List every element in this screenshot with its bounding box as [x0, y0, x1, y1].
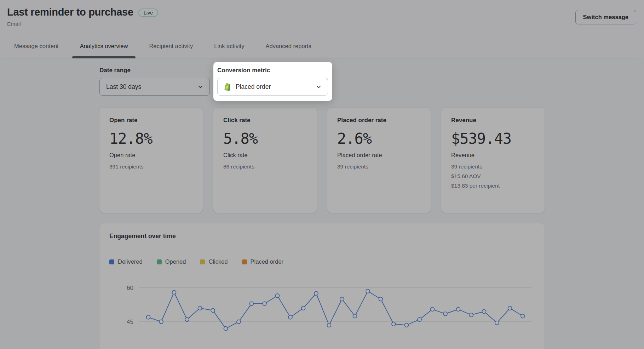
app-window: Last reminder to purchase Live Email Swi…	[0, 0, 644, 349]
conversion-metric-select[interactable]: S Placed order	[217, 78, 328, 96]
conversion-metric-value: Placed order	[236, 83, 271, 91]
svg-text:S: S	[226, 85, 228, 89]
conversion-metric-spotlight: Conversion metric S Placed order	[213, 62, 332, 101]
tutorial-dim-overlay	[0, 0, 644, 349]
shopify-bag-icon: S	[224, 83, 231, 91]
conversion-metric-selection: S Placed order	[224, 83, 271, 91]
conversion-metric-label: Conversion metric	[217, 67, 328, 74]
chevron-down-icon	[315, 84, 322, 90]
